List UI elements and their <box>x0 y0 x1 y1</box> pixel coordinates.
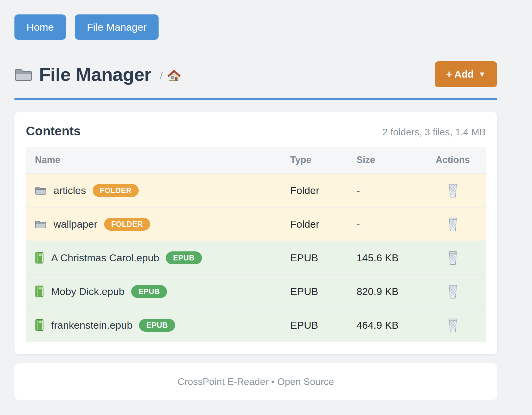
file-type: Folder <box>290 218 357 230</box>
file-name: frankenstein.epub <box>51 319 132 331</box>
page-header: File Manager / + Add ▼ <box>14 61 497 87</box>
delete-button[interactable] <box>446 249 460 266</box>
folder-icon <box>35 185 46 195</box>
chevron-down-icon: ▼ <box>478 70 486 78</box>
file-size: - <box>357 218 420 230</box>
table-row[interactable]: wallpaper FOLDER Folder - <box>26 207 486 241</box>
add-button-label: + Add <box>446 69 474 80</box>
file-type-badge: FOLDER <box>104 218 150 231</box>
contents-card-header: Contents 2 folders, 3 files, 1.4 MB <box>26 124 486 138</box>
file-type-badge: FOLDER <box>93 184 139 197</box>
green-book-icon <box>35 251 44 264</box>
file-name: articles <box>54 185 86 196</box>
file-type-badge: EPUB <box>131 285 167 298</box>
trash-icon <box>447 251 459 265</box>
home-icon[interactable] <box>167 69 181 82</box>
footer-card: CrossPoint E-Reader • Open Source <box>14 363 497 400</box>
file-size: 820.9 KB <box>357 286 420 297</box>
file-type: EPUB <box>290 319 357 331</box>
delete-button[interactable] <box>446 317 460 334</box>
file-name: wallpaper <box>54 218 97 230</box>
folder-icon <box>14 66 32 82</box>
column-header-size: Size <box>357 155 420 165</box>
column-header-name: Name <box>26 155 290 165</box>
file-type: Folder <box>290 185 357 196</box>
trash-icon <box>447 284 459 299</box>
trash-icon <box>447 217 459 231</box>
trash-icon <box>447 183 459 198</box>
green-book-icon <box>35 285 44 298</box>
delete-button[interactable] <box>446 182 460 199</box>
breadcrumb-separator: / <box>160 70 162 82</box>
top-nav: Home File Manager <box>14 14 497 40</box>
table-row[interactable]: A Christmas Carol.epub EPUB EPUB 145.6 K… <box>26 241 486 274</box>
delete-button[interactable] <box>446 283 460 300</box>
table-row[interactable]: frankenstein.epub EPUB EPUB 464.9 KB <box>26 308 486 342</box>
file-type: EPUB <box>290 286 357 297</box>
column-header-actions: Actions <box>420 155 486 165</box>
folder-icon <box>35 219 46 229</box>
footer-text: CrossPoint E-Reader • Open Source <box>178 376 334 387</box>
file-name: Moby Dick.epub <box>51 286 125 297</box>
contents-card: Contents 2 folders, 3 files, 1.4 MB Name… <box>14 112 497 354</box>
nav-file-manager-button[interactable]: File Manager <box>75 14 159 40</box>
file-name: A Christmas Carol.epub <box>51 252 159 264</box>
contents-title: Contents <box>26 124 81 138</box>
add-button[interactable]: + Add ▼ <box>435 61 497 87</box>
table-row[interactable]: articles FOLDER Folder - <box>26 173 486 207</box>
file-size: 464.9 KB <box>357 319 420 331</box>
page-container: Home File Manager File Manager / + Add ▼… <box>14 0 497 415</box>
file-type-badge: EPUB <box>166 251 202 264</box>
nav-home-button[interactable]: Home <box>14 14 66 40</box>
contents-summary: 2 folders, 3 files, 1.4 MB <box>382 127 486 138</box>
column-header-type: Type <box>290 155 357 165</box>
delete-button[interactable] <box>446 216 460 232</box>
green-book-icon <box>35 318 44 332</box>
file-size: - <box>357 185 420 196</box>
file-table: Name Type Size Actions articles FOLDER F… <box>26 147 486 342</box>
trash-icon <box>447 318 459 332</box>
header-divider <box>14 98 497 100</box>
file-type: EPUB <box>290 252 357 264</box>
file-type-badge: EPUB <box>139 319 175 332</box>
file-table-body: articles FOLDER Folder - wallpaper FOLDE… <box>26 173 486 342</box>
table-row[interactable]: Moby Dick.epub EPUB EPUB 820.9 KB <box>26 274 486 308</box>
table-header-row: Name Type Size Actions <box>26 147 486 173</box>
file-size: 145.6 KB <box>357 252 420 264</box>
page-title: File Manager <box>39 64 151 85</box>
